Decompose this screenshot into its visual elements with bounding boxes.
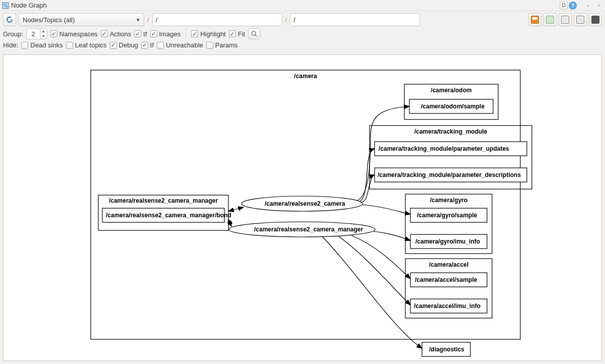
- svg-point-4: [252, 31, 256, 35]
- topic-diagnostics-label: /diagnostics: [429, 346, 464, 353]
- tf-group-checkbox[interactable]: ✓tf: [134, 30, 147, 38]
- action-button-2[interactable]: [559, 13, 572, 26]
- edge-camera-gyro-sample: [362, 205, 410, 214]
- window-title: Node Graph: [11, 2, 47, 9]
- app-icon: [2, 2, 9, 9]
- cluster-odom-label: /camera/odom: [431, 87, 471, 94]
- fit-checkbox[interactable]: ✓Fit: [229, 30, 245, 38]
- topic-gyro-imu-label: /camera/gyro/imu_info: [415, 238, 480, 245]
- gen-icon: [561, 16, 569, 24]
- leaf-topics-checkbox[interactable]: Leaf topics: [66, 41, 107, 49]
- cluster-gyro-label: /camera/gyro: [430, 197, 468, 204]
- separator: /: [146, 16, 150, 24]
- topic-accel-imu-label: /camera/accel/imu_info: [414, 302, 480, 310]
- debug-checkbox[interactable]: ✓Debug: [110, 41, 138, 49]
- maximize-icon[interactable]: ○: [595, 2, 603, 10]
- actions-checkbox[interactable]: ✓Actions: [101, 30, 132, 38]
- tf-hide-checkbox[interactable]: ✓tf: [141, 41, 154, 49]
- topic-odom-sample-label: /camera/odom/sample: [421, 103, 485, 110]
- group-depth-value: 2: [27, 30, 40, 38]
- save-icon: [531, 16, 539, 24]
- graph-svg: /camera /camera/realsense2_camera_manage…: [4, 55, 601, 360]
- minimize-icon[interactable]: -: [584, 2, 592, 10]
- topic-manager-bond-label: /camera/realsense2_camera_manager/bond: [106, 212, 231, 219]
- refresh-icon: [6, 16, 14, 24]
- toolbar-row-2: Group: 2 ▲▼ ✓Namespaces ✓Actions ✓tf ✓Im…: [0, 27, 605, 40]
- view-mode-combo[interactable]: Nodes/Topics (all) ▼: [18, 13, 144, 26]
- cluster-accel-label: /camera/accel: [429, 261, 469, 268]
- refresh-button[interactable]: [3, 13, 16, 26]
- images-checkbox[interactable]: ✓Images: [150, 30, 181, 38]
- edge-bond-camera: [228, 207, 244, 211]
- cluster-camera-label: /camera: [294, 73, 317, 80]
- separator: /: [284, 16, 288, 24]
- edge-mgr-accel-imu: [339, 236, 410, 305]
- zoom-button[interactable]: [248, 28, 260, 39]
- topic-filter-input[interactable]: [290, 13, 420, 26]
- params-checkbox[interactable]: Params: [206, 41, 238, 49]
- group-depth-spinner[interactable]: 2 ▲▼: [26, 28, 47, 39]
- view-mode-label: Nodes/Topics (all): [23, 16, 75, 24]
- gen-icon: [591, 16, 599, 24]
- chevron-down-icon: ▼: [136, 17, 141, 23]
- edge-camera-track-pu: [359, 149, 375, 202]
- edge-bond-mgr: [228, 219, 231, 226]
- node-filter-input[interactable]: [152, 13, 282, 26]
- cluster-manager-label: /camera/realsense2_camera_manager: [109, 197, 218, 204]
- title-bar: Node Graph D ? - ○: [0, 0, 605, 11]
- help-icon[interactable]: ?: [569, 2, 577, 10]
- topic-gyro-sample-label: /camera/gyro/sample: [417, 212, 477, 219]
- edge-mgr-diagnostics: [322, 236, 422, 348]
- svg-line-5: [255, 35, 257, 36]
- topic-tracking-pu-label: /camera/tracking_module/parameter_update…: [379, 145, 509, 152]
- action-button-3[interactable]: [574, 13, 587, 26]
- save-image-button[interactable]: [528, 13, 541, 26]
- edge-mgr-accel-sample: [351, 235, 410, 279]
- topic-accel-sample-label: /camera/accel/sample: [415, 276, 477, 283]
- dead-sinks-checkbox[interactable]: Dead sinks: [21, 41, 63, 49]
- unreachable-checkbox[interactable]: Unreachable: [157, 41, 203, 49]
- topic-tracking-pd-label: /camera/tracking_module/parameter_descri…: [378, 171, 521, 178]
- edge-mgr-gyro-imu: [374, 231, 410, 240]
- toolbar-row-1: Nodes/Topics (all) ▼ / /: [0, 11, 605, 27]
- spinner-up-icon[interactable]: ▲: [40, 29, 47, 34]
- graph-canvas[interactable]: /camera /camera/realsense2_camera_manage…: [3, 54, 602, 361]
- cluster-tracking-label: /camera/tracking_module: [414, 128, 488, 135]
- action-button-1[interactable]: [543, 13, 557, 26]
- gen-icon: [576, 16, 584, 24]
- action-button-4[interactable]: [589, 13, 602, 26]
- group-label: Group:: [3, 30, 23, 38]
- gen-icon: [546, 16, 554, 24]
- hide-label: Hide:: [3, 41, 18, 49]
- spinner-down-icon[interactable]: ▼: [40, 34, 47, 39]
- zoom-icon: [251, 30, 258, 37]
- node-realsense2-camera-label: /camera/realsense2_camera: [265, 200, 345, 207]
- separator: [186, 29, 186, 39]
- namespaces-checkbox[interactable]: ✓Namespaces: [50, 30, 98, 38]
- node-realsense2-camera-manager-label: /camera/realsense2_camera_manager: [254, 226, 363, 233]
- highlight-checkbox[interactable]: ✓Highlight: [191, 30, 226, 38]
- toolbar-row-3: Hide: Dead sinks Leaf topics ✓Debug ✓tf …: [0, 40, 605, 50]
- d-button[interactable]: D: [560, 2, 568, 10]
